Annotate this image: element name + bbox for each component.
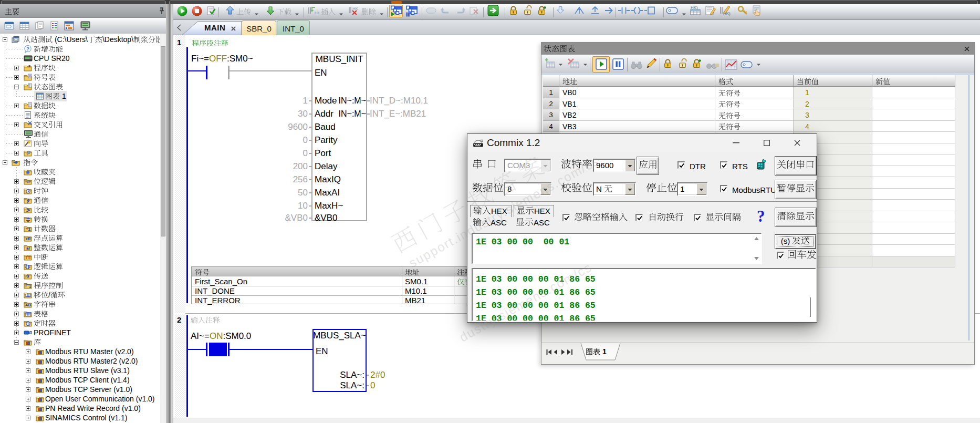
svg-text:±R: ±R [25, 236, 30, 241]
svg-text:+1: +1 [26, 226, 31, 232]
svg-text:P: P [28, 65, 30, 68]
svg-text:HK: HK [315, 11, 319, 15]
svg-text:?: ? [26, 46, 29, 51]
svg-text:HK: HK [352, 6, 359, 11]
svg-text:AB: AB [25, 303, 32, 307]
svg-text:±I: ±I [26, 246, 30, 251]
